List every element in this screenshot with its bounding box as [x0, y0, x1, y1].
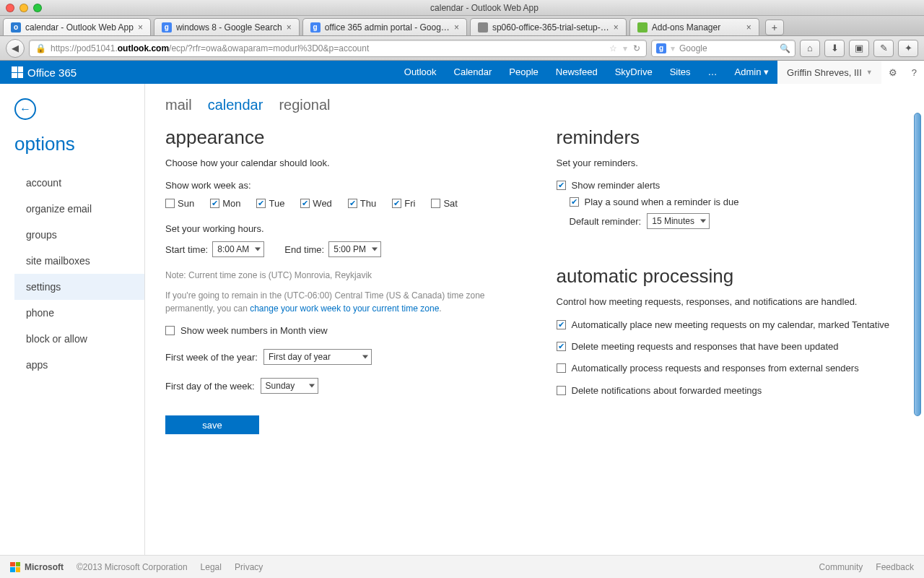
o365-nav-link[interactable]: Newsfeed: [547, 61, 606, 84]
day-checkbox[interactable]: [392, 199, 401, 208]
day-label: Thu: [360, 198, 376, 209]
browser-tab[interactable]: ocalendar - Outlook Web App×: [3, 18, 151, 35]
tab-close-icon[interactable]: ×: [287, 22, 292, 33]
sidebar-item[interactable]: organize email: [14, 196, 144, 222]
day-label: Wed: [313, 198, 332, 209]
browser-back-button[interactable]: ◀: [6, 39, 25, 58]
play-sound-checkbox[interactable]: [570, 197, 579, 207]
window-zoom-button[interactable]: [33, 4, 42, 12]
day-checkbox[interactable]: [210, 199, 219, 208]
o365-nav-link[interactable]: Admin ▾: [726, 61, 777, 84]
day-label: Sun: [178, 198, 194, 209]
day-checkbox[interactable]: [348, 199, 357, 208]
tab-close-icon[interactable]: ×: [138, 22, 143, 33]
show-alerts-checkbox[interactable]: [557, 181, 566, 190]
o365-nav-link[interactable]: Outlook: [396, 61, 445, 84]
o365-nav-link[interactable]: Calendar: [445, 61, 501, 84]
start-time-select[interactable]: 8:00 AM: [212, 241, 264, 257]
week-numbers-label: Show week numbers in Month view: [180, 325, 328, 336]
home-button[interactable]: ⌂: [800, 40, 820, 57]
sidebar-item[interactable]: block or allow: [14, 326, 144, 352]
privacy-link[interactable]: Privacy: [235, 562, 263, 572]
sidebar-item[interactable]: groups: [14, 222, 144, 248]
browser-tab[interactable]: gwindows 8 - Google Search×: [154, 18, 300, 35]
tab-close-icon[interactable]: ×: [746, 22, 751, 33]
lock-icon: 🔒: [35, 43, 46, 53]
legal-link[interactable]: Legal: [201, 562, 222, 572]
content-tab[interactable]: mail: [165, 97, 192, 113]
day-checkbox[interactable]: [165, 199, 175, 208]
end-time-label: End time:: [284, 244, 324, 255]
sidebar-item[interactable]: settings: [14, 274, 144, 300]
default-reminder-label: Default reminder:: [570, 216, 642, 227]
favicon-icon: g: [310, 22, 321, 33]
start-time-label: Start time:: [165, 244, 208, 255]
sidebar-item[interactable]: phone: [14, 300, 144, 326]
o365-nav-link[interactable]: People: [500, 61, 546, 84]
first-week-select[interactable]: First day of year: [263, 349, 372, 365]
browser-tabstrip: ocalendar - Outlook Web App×gwindows 8 -…: [0, 16, 924, 36]
browser-search-box[interactable]: g▾ Google 🔍: [651, 40, 796, 57]
autoproc-label: Automatically place new meeting requests…: [572, 319, 890, 332]
day-label: Fri: [404, 198, 415, 209]
autoproc-checkbox[interactable]: [557, 386, 566, 395]
change-timezone-link[interactable]: change your work week to your current ti…: [250, 303, 439, 314]
browser-tab[interactable]: Add-ons Manager×: [629, 18, 759, 35]
sidebar-item[interactable]: site mailboxes: [14, 248, 144, 274]
o365-nav-link[interactable]: Sites: [661, 61, 699, 84]
end-time-select[interactable]: 5:00 PM: [328, 241, 381, 257]
search-placeholder: Google: [679, 43, 707, 53]
autoproc-label: Delete meeting requests and responses th…: [572, 340, 839, 353]
window-minimize-button[interactable]: [19, 4, 28, 12]
feedback-link[interactable]: Feedback: [876, 562, 914, 572]
share-button[interactable]: ▣: [849, 40, 869, 57]
microsoft-logo[interactable]: Microsoft: [10, 562, 64, 572]
save-button[interactable]: save: [165, 415, 259, 434]
sidebar-item[interactable]: apps: [14, 352, 144, 378]
autoproc-checkbox[interactable]: [557, 320, 566, 329]
reload-icon[interactable]: ↻: [633, 43, 640, 53]
reminders-desc: Set your reminders.: [557, 158, 905, 168]
week-numbers-checkbox[interactable]: [165, 326, 175, 335]
help-icon[interactable]: ?: [905, 67, 924, 78]
browser-tab[interactable]: goffice 365 admin portal - Goog…×: [302, 18, 467, 35]
settings-gear-icon[interactable]: ⚙: [881, 67, 905, 78]
address-bar[interactable]: 🔒 https://pod51041.outlook.com/ecp/?rfr=…: [29, 40, 647, 57]
favicon-icon: o: [11, 22, 21, 33]
footer: Microsoft ©2013 Microsoft Corporation Le…: [0, 555, 924, 578]
day-checkbox[interactable]: [256, 199, 266, 208]
scrollbar[interactable]: [912, 84, 923, 555]
downloads-button[interactable]: ⬇: [824, 40, 845, 57]
tab-close-icon[interactable]: ×: [454, 22, 459, 33]
new-tab-button[interactable]: +: [765, 20, 784, 35]
autoproc-checkbox[interactable]: [557, 363, 566, 373]
browser-tab[interactable]: sp060-office-365-trial-setup-…×: [470, 18, 627, 35]
first-day-select[interactable]: Sunday: [261, 378, 318, 394]
default-reminder-select[interactable]: 15 Minutes: [647, 213, 710, 229]
copyright: ©2013 Microsoft Corporation: [77, 562, 188, 572]
back-button[interactable]: ←: [14, 98, 36, 120]
appearance-heading: appearance: [165, 126, 513, 149]
o365-nav-link[interactable]: …: [699, 61, 726, 84]
user-menu[interactable]: Griffin Shreves, III▼: [777, 61, 881, 84]
extension-button[interactable]: ✎: [873, 40, 894, 57]
scrollbar-thumb[interactable]: [914, 113, 921, 416]
browser-toolbar: ◀ 🔒 https://pod51041.outlook.com/ecp/?rf…: [0, 36, 924, 61]
o365-nav-link[interactable]: SkyDrive: [606, 61, 661, 84]
o365-brand[interactable]: Office 365: [0, 66, 88, 79]
day-checkbox[interactable]: [431, 199, 440, 208]
bookmark-star-icon[interactable]: ☆: [609, 43, 617, 53]
favicon-icon: g: [162, 22, 172, 33]
sidebar-item[interactable]: account: [14, 170, 144, 196]
content-tab[interactable]: regional: [279, 97, 330, 113]
window-close-button[interactable]: [6, 4, 14, 12]
community-link[interactable]: Community: [819, 562, 863, 572]
content-tab[interactable]: calendar: [208, 97, 263, 113]
tab-label: windows 8 - Google Search: [176, 22, 282, 33]
tab-close-icon[interactable]: ×: [614, 22, 619, 33]
autoproc-checkbox[interactable]: [557, 342, 566, 351]
search-icon[interactable]: 🔍: [780, 43, 790, 53]
show-workweek-label: Show work week as:: [165, 180, 513, 191]
day-checkbox[interactable]: [300, 199, 310, 208]
menu-button[interactable]: ✦: [898, 40, 918, 57]
